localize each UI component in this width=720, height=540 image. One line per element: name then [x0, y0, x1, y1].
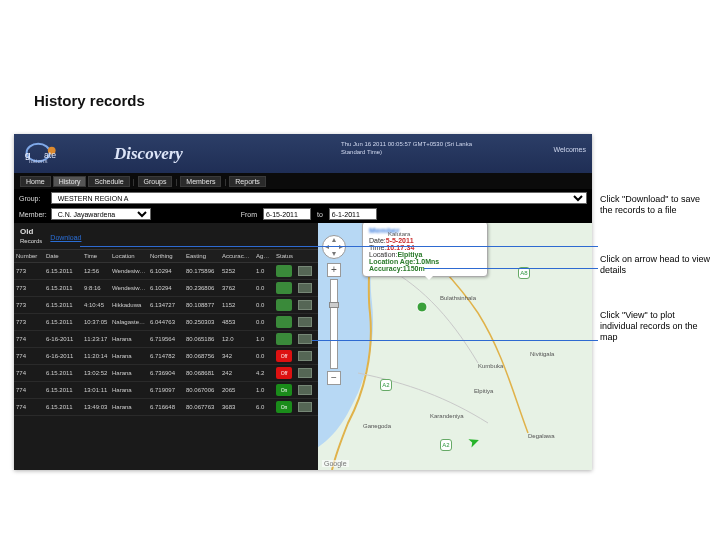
cell-number: 774: [14, 335, 44, 343]
cell-loc: Nalagastenna: [110, 318, 148, 326]
records-panel: Old Records Download Number Date Time Lo…: [14, 223, 318, 470]
map-place-label: Ganegoda: [363, 423, 391, 429]
cell-northing: 6.10294: [148, 284, 184, 292]
cell-accuracy: 242: [220, 369, 254, 377]
status-chip: On: [276, 401, 292, 413]
cell-easting: 80.236806: [184, 284, 220, 292]
cell-time: 9:8:16: [82, 284, 110, 292]
cell-time: 13:01:11: [82, 386, 110, 394]
col-age: Age(mins): [254, 252, 274, 260]
svg-marker-6: [332, 238, 336, 242]
member-select[interactable]: C.N. Jayawardena: [51, 208, 151, 220]
map-place-label: Elpitiya: [474, 388, 493, 394]
cell-status: [274, 298, 296, 312]
col-number: Number: [14, 252, 44, 260]
bubble-acc-k: Accuracy:: [369, 265, 403, 272]
callout-line: [312, 340, 598, 341]
cell-action[interactable]: [296, 333, 318, 346]
pan-ring-icon[interactable]: [322, 235, 346, 259]
nav-groups[interactable]: Groups: [138, 176, 173, 187]
cell-loc: Harana: [110, 403, 148, 411]
cell-date: 6-16-2011: [44, 352, 82, 360]
cell-number: 774: [14, 369, 44, 377]
cell-accuracy: 4853: [220, 318, 254, 326]
map-place-label: Nivitigala: [530, 351, 554, 357]
cell-number: 774: [14, 403, 44, 411]
from-input[interactable]: [263, 208, 311, 220]
nav-home[interactable]: Home: [20, 176, 51, 187]
cell-date: 6.15.2011: [44, 403, 82, 411]
nav-members[interactable]: Members: [180, 176, 221, 187]
old-label: Old: [20, 227, 33, 236]
cell-action[interactable]: [296, 316, 318, 329]
cell-action[interactable]: [296, 367, 318, 380]
zoom-thumb[interactable]: [329, 302, 339, 308]
cell-northing: 6.10294: [148, 267, 184, 275]
download-link[interactable]: Download: [50, 234, 81, 241]
records-label: Records: [20, 238, 42, 244]
header-timestamp: Thu Jun 16 2011 00:05:57 GMT+0530 (Sri L…: [341, 140, 472, 156]
cell-status: [274, 264, 296, 278]
cell-loc: Harana: [110, 386, 148, 394]
cell-loc: Harana: [110, 352, 148, 360]
cell-action[interactable]: [296, 384, 318, 397]
map-place-label: Karandeniya: [430, 413, 464, 419]
bubble-acc-v: 1150m: [403, 265, 425, 272]
table-row: 7746.15.201113:01:11Harana6.71909780.067…: [14, 382, 318, 399]
cell-northing: 6.716648: [148, 403, 184, 411]
table-row: 7746-16-201111:23:17Harana6.71956480.065…: [14, 331, 318, 348]
cell-accuracy: 5252: [220, 267, 254, 275]
nav-separator: |: [175, 178, 177, 185]
cell-number: 774: [14, 386, 44, 394]
nav-history[interactable]: History: [53, 176, 87, 187]
status-chip: [276, 282, 292, 294]
cell-action[interactable]: [296, 401, 318, 414]
cell-status: [274, 281, 296, 295]
status-chip: Off: [276, 350, 292, 362]
zoom-out-button[interactable]: −: [327, 371, 341, 385]
group-select[interactable]: WESTERN REGION A: [51, 192, 587, 204]
cell-time: 11:20:14: [82, 352, 110, 360]
zoom-slider[interactable]: [330, 279, 338, 369]
map-place-label: Degalawa: [528, 433, 555, 439]
cell-action[interactable]: [296, 299, 318, 312]
to-input[interactable]: [329, 208, 377, 220]
cell-number: 773: [14, 267, 44, 275]
cell-date: 6.15.2011: [44, 369, 82, 377]
col-accuracy: Accuracy(m): [220, 252, 254, 260]
table-body: 7736.15.201112:56Wendesiwatta6.1029480.1…: [14, 263, 318, 416]
cell-time: 13:49:03: [82, 403, 110, 411]
zoom-in-button[interactable]: +: [327, 263, 341, 277]
cell-date: 6.15.2011: [44, 386, 82, 394]
nav-schedule[interactable]: Schedule: [88, 176, 129, 187]
cell-age: 4.2: [254, 369, 274, 377]
col-status: Status: [274, 252, 296, 260]
app-header: gate lutions Discovery Thu Jun 16 2011 0…: [14, 134, 592, 173]
cell-action[interactable]: [296, 282, 318, 295]
cell-easting: 80.068681: [184, 369, 220, 377]
cell-action[interactable]: [296, 350, 318, 363]
map-panel[interactable]: + − Member Date:5-5-2011 Time:10:17:34 L…: [318, 223, 592, 470]
header-welcome: Welcomes: [553, 146, 586, 153]
cell-time: 4:10:45: [82, 301, 110, 309]
nav-reports[interactable]: Reports: [229, 176, 266, 187]
callout-line: [80, 246, 598, 247]
from-label: From: [241, 211, 257, 218]
map-place-label: Kumbuka: [478, 363, 503, 369]
table-row: 7736.15.201110:37:05Nalagastenna6.044763…: [14, 314, 318, 331]
cell-northing: 6.719564: [148, 335, 184, 343]
cell-age: 1.0: [254, 267, 274, 275]
table-row: 7746.15.201113:02:52Harana6.73690480.068…: [14, 365, 318, 382]
status-chip: [276, 316, 292, 328]
cell-action[interactable]: [296, 265, 318, 278]
main-nav: Home History Schedule | Groups | Members…: [14, 173, 592, 189]
svg-marker-7: [332, 252, 336, 256]
col-northing: Northing: [148, 252, 184, 260]
cell-age: 0.0: [254, 318, 274, 326]
callout-view: Click "View" to plot individual records …: [600, 310, 712, 343]
bubble-title: Member: [369, 226, 481, 235]
cell-easting: 80.068756: [184, 352, 220, 360]
svg-point-5: [417, 302, 427, 312]
page-title: History records: [34, 92, 145, 109]
status-chip: Off: [276, 367, 292, 379]
